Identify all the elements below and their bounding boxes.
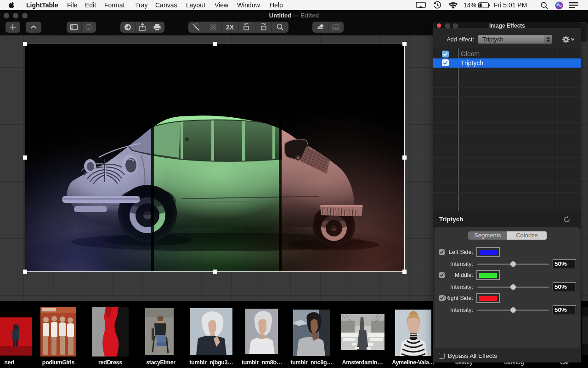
- svg-text:i: i: [88, 25, 90, 30]
